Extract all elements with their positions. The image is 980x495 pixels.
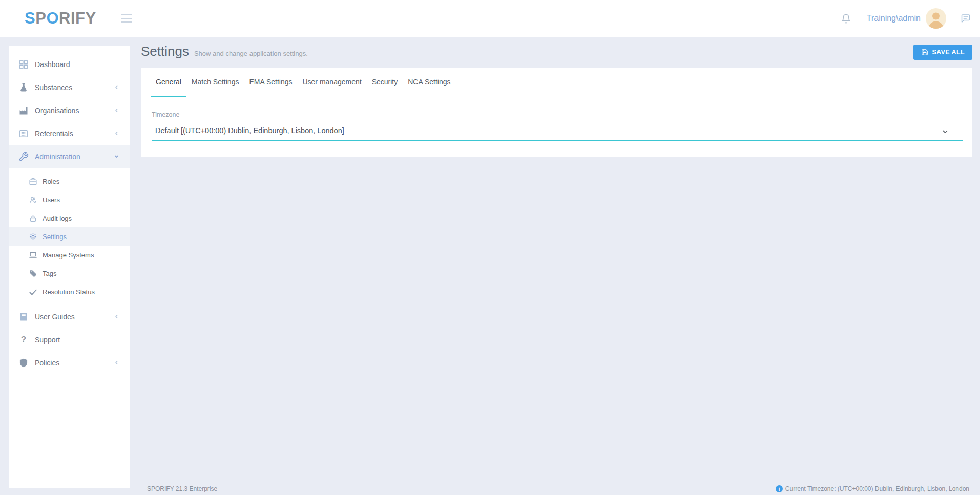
- tab-user-management[interactable]: User management: [297, 68, 366, 97]
- person-silhouette-icon: [926, 8, 946, 29]
- logo-letter-o: O: [46, 9, 59, 27]
- users-icon: [29, 196, 37, 204]
- sidebar-item-organisations[interactable]: Organisations: [9, 99, 130, 122]
- book-icon: [18, 312, 29, 322]
- sidebar-item-user-guides[interactable]: User Guides: [9, 305, 130, 328]
- chevron-down-icon: [942, 128, 949, 135]
- sidebar-item-label: Users: [43, 196, 60, 204]
- sidebar-item-label: Audit logs: [43, 214, 72, 222]
- sidebar-nav: Dashboard Substances Organisations Refer…: [9, 46, 130, 488]
- tab-security[interactable]: Security: [367, 68, 403, 97]
- sidebar-item-label: Referentials: [35, 130, 73, 138]
- timezone-label: Timezone: [152, 111, 963, 118]
- timezone-select[interactable]: Default [(UTC+00:00) Dublin, Edinburgh, …: [152, 124, 963, 141]
- current-user-label[interactable]: Training\admin: [867, 14, 921, 23]
- sidebar-item-label: Settings: [43, 233, 67, 241]
- sidebar-item-label: Support: [35, 336, 60, 344]
- question-mark-icon: ?: [18, 335, 29, 345]
- sidebar-item-label: Resolution Status: [43, 288, 95, 296]
- footer-version-label: SPORIFY 21.3 Enterprise: [147, 485, 217, 492]
- sidebar-item-label: Administration: [35, 153, 80, 161]
- sidebar-item-users[interactable]: Users: [9, 190, 130, 209]
- sidebar-item-resolution-status[interactable]: Resolution Status: [9, 283, 130, 301]
- gear-icon: [29, 232, 37, 241]
- flask-icon: [18, 82, 29, 93]
- footer-current-timezone: Current Timezone: (UTC+00:00) Dublin, Ed…: [785, 485, 969, 492]
- sidebar-item-label: Tags: [43, 270, 56, 277]
- hamburger-menu-icon[interactable]: [119, 12, 134, 25]
- chevron-left-icon: [114, 131, 119, 136]
- sidebar-item-substances[interactable]: Substances: [9, 76, 130, 99]
- avatar[interactable]: [926, 8, 946, 29]
- tab-ema-settings[interactable]: EMA Settings: [244, 68, 297, 97]
- settings-card: General Match Settings EMA Settings User…: [141, 68, 972, 157]
- sidebar-item-manage-systems[interactable]: Manage Systems: [9, 246, 130, 264]
- sidebar-item-label: Substances: [35, 83, 72, 92]
- app-logo[interactable]: SPORIFY: [25, 9, 96, 28]
- check-icon: [29, 288, 37, 296]
- main-content: Settings Show and change application set…: [141, 44, 972, 157]
- tab-match-settings[interactable]: Match Settings: [186, 68, 244, 97]
- sidebar-item-dashboard[interactable]: Dashboard: [9, 53, 130, 76]
- top-header: SPORIFY Training\admin: [0, 0, 980, 37]
- list-icon: [18, 128, 29, 139]
- sidebar-item-label: User Guides: [35, 313, 75, 321]
- lock-icon: [29, 214, 37, 223]
- laptop-icon: [29, 251, 37, 260]
- save-all-label: SAVE ALL: [932, 49, 965, 56]
- sidebar-item-settings[interactable]: Settings: [9, 227, 130, 246]
- chevron-down-icon: [114, 154, 119, 159]
- timezone-selected-value: Default [(UTC+00:00) Dublin, Edinburgh, …: [155, 126, 344, 135]
- logo-letter-s: S: [25, 9, 35, 27]
- chevron-left-icon: [114, 107, 119, 113]
- tab-general[interactable]: General: [151, 68, 186, 97]
- logo-letter-p: P: [35, 9, 46, 27]
- logo-letters-rify: RIFY: [59, 9, 96, 27]
- footer: SPORIFY 21.3 Enterprise i Current Timezo…: [147, 485, 969, 492]
- sidebar-item-administration[interactable]: Administration: [9, 145, 130, 168]
- sidebar-item-roles[interactable]: Roles: [9, 172, 130, 190]
- sidebar-item-referentials[interactable]: Referentials: [9, 122, 130, 145]
- briefcase-icon: [29, 177, 37, 186]
- sidebar-item-label: Policies: [35, 359, 59, 367]
- settings-tabs: General Match Settings EMA Settings User…: [141, 68, 972, 97]
- administration-submenu: Roles Users Audit logs Settings Manage S…: [9, 168, 130, 305]
- info-icon: i: [776, 485, 783, 492]
- sidebar-item-label: Dashboard: [35, 60, 70, 69]
- page-subtitle: Show and change application settings.: [194, 50, 308, 57]
- notifications-bell-icon[interactable]: [839, 11, 853, 26]
- factory-icon: [18, 105, 29, 116]
- sidebar-item-label: Manage Systems: [43, 251, 94, 259]
- sidebar-item-audit-logs[interactable]: Audit logs: [9, 209, 130, 227]
- sidebar-item-policies[interactable]: Policies: [9, 351, 130, 374]
- chat-messages-icon[interactable]: [960, 12, 972, 25]
- sidebar-item-support[interactable]: ? Support: [9, 328, 130, 351]
- tag-icon: [29, 269, 37, 278]
- tab-nca-settings[interactable]: NCA Settings: [403, 68, 455, 97]
- wrench-icon: [18, 152, 29, 162]
- dashboard-grid-icon: [18, 59, 29, 70]
- shield-icon: [18, 358, 29, 368]
- save-all-button[interactable]: SAVE ALL: [913, 45, 972, 60]
- page-title: Settings: [141, 44, 189, 59]
- chevron-left-icon: [114, 84, 119, 90]
- sidebar-item-label: Organisations: [35, 106, 79, 115]
- chevron-left-icon: [114, 314, 119, 319]
- chevron-left-icon: [114, 360, 119, 365]
- sidebar-item-tags[interactable]: Tags: [9, 264, 130, 283]
- sidebar-item-label: Roles: [43, 178, 59, 185]
- floppy-save-icon: [921, 49, 928, 56]
